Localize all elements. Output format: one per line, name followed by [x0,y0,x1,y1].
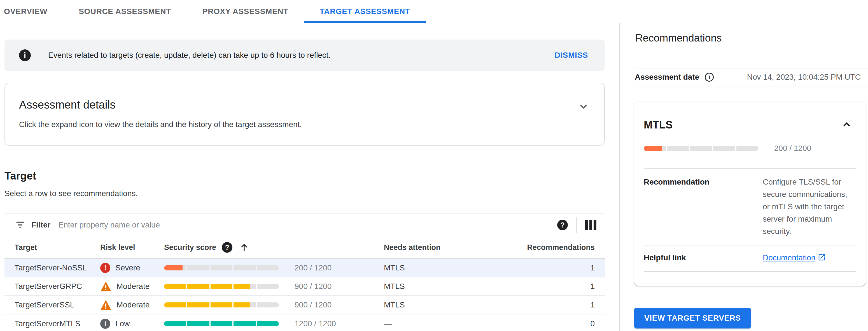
filter-icon [14,219,26,230]
toolbar-divider [576,217,577,233]
card-score-text: 200 / 1200 [774,144,811,153]
helpful-link-row: Helpful link Documentation [644,245,856,272]
sort-ascending-icon[interactable] [239,242,249,252]
external-link-icon [817,253,826,265]
help-icon[interactable]: ? [557,220,568,230]
recommendations-panel: Recommendations Assessment date i Nov 14… [619,23,868,331]
recommendations-title: Recommendations [635,32,868,44]
view-target-servers-button[interactable]: VIEW TARGET SERVERS [634,308,751,329]
documentation-link[interactable]: Documentation [763,253,815,262]
info-outline-icon[interactable]: i [705,73,714,82]
targets-table: Filter ? Target Risk level Security scor… [4,213,605,331]
main-column: i Events related to targets (create, upd… [0,23,619,331]
score-bar [644,146,758,151]
target-section-title: Target [4,170,619,182]
col-security-score[interactable]: Security score ? [164,242,384,253]
filter-label: Filter [31,220,51,229]
filter-toolbar: Filter ? [4,213,605,237]
info-banner: i Events related to targets (create, upd… [4,39,605,71]
score-bar [164,265,279,270]
assessment-details-title: Assessment details [19,98,589,111]
score-bar [164,321,279,326]
target-section-subtitle: Select a row to see recommendations. [4,189,619,198]
warning-icon [100,300,112,310]
tab-bar: OVERVIEW SOURCE ASSESSMENT PROXY ASSESSM… [0,0,868,23]
table-row[interactable]: TargetServerMTLS i Low 1200 / 1200 — 0 [4,314,605,331]
dismiss-button[interactable]: DISMISS [555,51,588,60]
assessment-date-label: Assessment date [635,73,699,82]
col-recommendations: Recommendations [526,243,605,252]
content: i Events related to targets (create, upd… [0,23,868,331]
recommendation-row: Recommendation Configure TLS/SSL for sec… [644,169,856,245]
tab-proxy-assessment[interactable]: PROXY ASSESSMENT [187,0,304,23]
assessment-date-value: Nov 14, 2023, 10:04:25 PM UTC [747,73,861,82]
error-icon: ! [100,263,110,273]
col-needs-attention: Needs attention [384,243,526,252]
chevron-up-icon[interactable] [841,119,852,131]
tab-target-assessment[interactable]: TARGET ASSESSMENT [304,0,426,23]
target-assessment-page: OVERVIEW SOURCE ASSESSMENT PROXY ASSESSM… [0,0,868,331]
recommendation-card: MTLS 200 / 1200 Recommendation Configure… [634,102,866,286]
info-icon: i [19,49,31,61]
assessment-details-subtitle: Click the expand icon to view the detail… [19,120,589,129]
table-row[interactable]: TargetServerGRPC Moderate 900 / 1200 MTL… [4,277,605,296]
chevron-down-icon[interactable] [577,100,590,113]
panel-header: Recommendations [620,23,868,53]
assessment-date-row: Assessment date i Nov 14, 2023, 10:04:25… [634,68,868,86]
col-target: Target [4,243,100,252]
table-header: Target Risk level Security score ? Needs… [4,237,605,259]
col-risk-level: Risk level [100,243,164,252]
warning-icon [100,281,112,292]
filter-input[interactable] [58,220,557,229]
tab-source-assessment[interactable]: SOURCE ASSESSMENT [63,0,187,23]
banner-message: Events related to targets (create, updat… [48,51,331,60]
assessment-details-card: Assessment details Click the expand icon… [4,83,605,145]
table-row[interactable]: TargetServer-NoSSL ! Severe 200 / 1200 M… [4,259,605,277]
score-bar [164,302,279,307]
columns-icon[interactable] [585,220,599,230]
score-bar [164,284,279,289]
recommendation-card-title: MTLS [644,119,673,131]
table-row[interactable]: TargetServerSSL Moderate 900 / 1200 MTLS… [4,296,605,314]
tab-overview[interactable]: OVERVIEW [0,0,63,23]
score-help-icon[interactable]: ? [222,242,232,253]
info-icon: i [100,319,110,329]
